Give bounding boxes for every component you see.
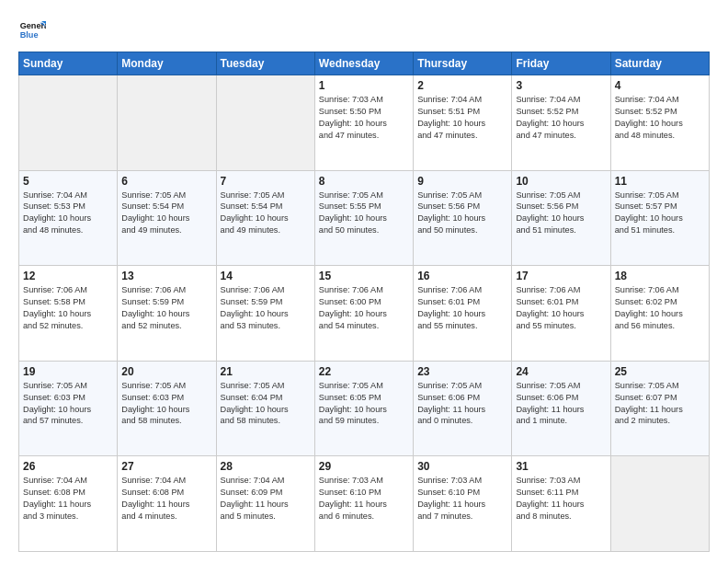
weekday-header-saturday: Saturday bbox=[610, 52, 709, 75]
calendar-cell: 29Sunrise: 7:03 AMSunset: 6:10 PMDayligh… bbox=[314, 456, 413, 552]
day-number: 26 bbox=[23, 460, 113, 473]
weekday-header-sunday: Sunday bbox=[19, 52, 118, 75]
cell-info: Sunrise: 7:04 AMSunset: 5:52 PMDaylight:… bbox=[615, 94, 705, 142]
calendar-cell: 11Sunrise: 7:05 AMSunset: 5:57 PMDayligh… bbox=[610, 170, 709, 266]
weekday-header-wednesday: Wednesday bbox=[314, 52, 413, 75]
weekday-header-friday: Friday bbox=[512, 52, 610, 75]
day-number: 17 bbox=[516, 270, 606, 282]
calendar-cell: 2Sunrise: 7:04 AMSunset: 5:51 PMDaylight… bbox=[414, 75, 512, 171]
calendar-cell: 30Sunrise: 7:03 AMSunset: 6:10 PMDayligh… bbox=[414, 456, 512, 552]
calendar-cell: 26Sunrise: 7:04 AMSunset: 6:08 PMDayligh… bbox=[19, 456, 118, 552]
cell-info: Sunrise: 7:04 AMSunset: 5:52 PMDaylight:… bbox=[516, 94, 606, 142]
calendar-cell: 10Sunrise: 7:05 AMSunset: 5:56 PMDayligh… bbox=[512, 170, 610, 266]
day-number: 13 bbox=[121, 270, 211, 282]
day-number: 1 bbox=[319, 79, 409, 92]
cell-info: Sunrise: 7:05 AMSunset: 6:05 PMDaylight:… bbox=[319, 380, 409, 428]
cell-info: Sunrise: 7:05 AMSunset: 6:06 PMDaylight:… bbox=[516, 380, 606, 428]
calendar-cell: 24Sunrise: 7:05 AMSunset: 6:06 PMDayligh… bbox=[512, 361, 610, 456]
calendar-cell: 22Sunrise: 7:05 AMSunset: 6:05 PMDayligh… bbox=[314, 361, 413, 456]
calendar-cell bbox=[610, 456, 709, 552]
calendar-cell: 20Sunrise: 7:05 AMSunset: 6:03 PMDayligh… bbox=[118, 361, 216, 456]
calendar-cell: 31Sunrise: 7:03 AMSunset: 6:11 PMDayligh… bbox=[512, 456, 610, 552]
cell-info: Sunrise: 7:05 AMSunset: 5:56 PMDaylight:… bbox=[417, 190, 507, 237]
cell-info: Sunrise: 7:06 AMSunset: 6:00 PMDaylight:… bbox=[319, 284, 409, 332]
day-number: 19 bbox=[23, 365, 113, 378]
calendar-cell bbox=[19, 75, 118, 171]
calendar-cell bbox=[216, 75, 314, 171]
cell-info: Sunrise: 7:04 AMSunset: 6:08 PMDaylight:… bbox=[121, 475, 211, 523]
header: General Blue bbox=[18, 17, 710, 44]
day-number: 18 bbox=[615, 270, 705, 282]
cell-info: Sunrise: 7:05 AMSunset: 5:54 PMDaylight:… bbox=[221, 190, 311, 237]
cell-info: Sunrise: 7:05 AMSunset: 6:07 PMDaylight:… bbox=[615, 380, 705, 428]
cell-info: Sunrise: 7:03 AMSunset: 6:10 PMDaylight:… bbox=[319, 475, 409, 523]
day-number: 29 bbox=[319, 460, 409, 473]
cell-info: Sunrise: 7:05 AMSunset: 6:03 PMDaylight:… bbox=[23, 380, 113, 428]
calendar-cell: 6Sunrise: 7:05 AMSunset: 5:54 PMDaylight… bbox=[118, 170, 216, 266]
calendar-cell: 12Sunrise: 7:06 AMSunset: 5:58 PMDayligh… bbox=[19, 266, 118, 362]
calendar-table: SundayMondayTuesdayWednesdayThursdayFrid… bbox=[18, 52, 710, 552]
cell-info: Sunrise: 7:06 AMSunset: 5:59 PMDaylight:… bbox=[121, 284, 211, 332]
calendar-cell: 23Sunrise: 7:05 AMSunset: 6:06 PMDayligh… bbox=[414, 361, 512, 456]
calendar-cell: 28Sunrise: 7:04 AMSunset: 6:09 PMDayligh… bbox=[216, 456, 314, 552]
calendar-cell: 1Sunrise: 7:03 AMSunset: 5:50 PMDaylight… bbox=[314, 75, 413, 171]
cell-info: Sunrise: 7:05 AMSunset: 5:57 PMDaylight:… bbox=[615, 190, 705, 237]
calendar-cell: 15Sunrise: 7:06 AMSunset: 6:00 PMDayligh… bbox=[314, 266, 413, 362]
cell-info: Sunrise: 7:04 AMSunset: 5:51 PMDaylight:… bbox=[417, 94, 507, 142]
calendar-cell: 5Sunrise: 7:04 AMSunset: 5:53 PMDaylight… bbox=[19, 170, 118, 266]
weekday-header-thursday: Thursday bbox=[414, 52, 512, 75]
day-number: 10 bbox=[516, 175, 606, 188]
day-number: 6 bbox=[121, 175, 211, 188]
day-number: 7 bbox=[221, 175, 311, 188]
cell-info: Sunrise: 7:04 AMSunset: 6:08 PMDaylight:… bbox=[23, 475, 113, 523]
logo-icon: General Blue bbox=[18, 17, 46, 44]
day-number: 12 bbox=[23, 270, 113, 282]
cell-info: Sunrise: 7:05 AMSunset: 6:04 PMDaylight:… bbox=[221, 380, 311, 428]
day-number: 3 bbox=[516, 79, 606, 92]
cell-info: Sunrise: 7:05 AMSunset: 5:55 PMDaylight:… bbox=[319, 190, 409, 237]
day-number: 15 bbox=[319, 270, 409, 282]
cell-info: Sunrise: 7:05 AMSunset: 6:06 PMDaylight:… bbox=[417, 380, 507, 428]
logo: General Blue bbox=[18, 17, 46, 44]
cell-info: Sunrise: 7:05 AMSunset: 5:54 PMDaylight:… bbox=[121, 190, 211, 237]
cell-info: Sunrise: 7:03 AMSunset: 6:10 PMDaylight:… bbox=[417, 475, 507, 523]
cell-info: Sunrise: 7:06 AMSunset: 6:01 PMDaylight:… bbox=[516, 284, 606, 332]
cell-info: Sunrise: 7:05 AMSunset: 5:56 PMDaylight:… bbox=[516, 190, 606, 237]
calendar-cell: 21Sunrise: 7:05 AMSunset: 6:04 PMDayligh… bbox=[216, 361, 314, 456]
calendar-cell: 3Sunrise: 7:04 AMSunset: 5:52 PMDaylight… bbox=[512, 75, 610, 171]
calendar-cell: 18Sunrise: 7:06 AMSunset: 6:02 PMDayligh… bbox=[610, 266, 709, 362]
calendar-cell: 13Sunrise: 7:06 AMSunset: 5:59 PMDayligh… bbox=[118, 266, 216, 362]
calendar-cell bbox=[118, 75, 216, 171]
calendar-cell: 7Sunrise: 7:05 AMSunset: 5:54 PMDaylight… bbox=[216, 170, 314, 266]
day-number: 11 bbox=[615, 175, 705, 188]
cell-info: Sunrise: 7:06 AMSunset: 5:58 PMDaylight:… bbox=[23, 284, 113, 332]
cell-info: Sunrise: 7:03 AMSunset: 5:50 PMDaylight:… bbox=[319, 94, 409, 142]
calendar-cell: 25Sunrise: 7:05 AMSunset: 6:07 PMDayligh… bbox=[610, 361, 709, 456]
day-number: 24 bbox=[516, 365, 606, 378]
day-number: 8 bbox=[319, 175, 409, 188]
day-number: 9 bbox=[417, 175, 507, 188]
day-number: 22 bbox=[319, 365, 409, 378]
calendar-cell: 17Sunrise: 7:06 AMSunset: 6:01 PMDayligh… bbox=[512, 266, 610, 362]
day-number: 28 bbox=[221, 460, 311, 473]
weekday-header-monday: Monday bbox=[118, 52, 216, 75]
day-number: 21 bbox=[221, 365, 311, 378]
cell-info: Sunrise: 7:06 AMSunset: 5:59 PMDaylight:… bbox=[221, 284, 311, 332]
weekday-header-tuesday: Tuesday bbox=[216, 52, 314, 75]
page: General Blue SundayMondayTuesdayWednesda… bbox=[0, 0, 728, 563]
svg-text:Blue: Blue bbox=[20, 30, 39, 40]
cell-info: Sunrise: 7:03 AMSunset: 6:11 PMDaylight:… bbox=[516, 475, 606, 523]
day-number: 4 bbox=[615, 79, 705, 92]
day-number: 31 bbox=[516, 460, 606, 473]
day-number: 20 bbox=[121, 365, 211, 378]
day-number: 30 bbox=[417, 460, 507, 473]
cell-info: Sunrise: 7:06 AMSunset: 6:02 PMDaylight:… bbox=[615, 284, 705, 332]
calendar-cell: 16Sunrise: 7:06 AMSunset: 6:01 PMDayligh… bbox=[414, 266, 512, 362]
calendar-cell: 27Sunrise: 7:04 AMSunset: 6:08 PMDayligh… bbox=[118, 456, 216, 552]
calendar-cell: 19Sunrise: 7:05 AMSunset: 6:03 PMDayligh… bbox=[19, 361, 118, 456]
day-number: 5 bbox=[23, 175, 113, 188]
cell-info: Sunrise: 7:04 AMSunset: 5:53 PMDaylight:… bbox=[23, 190, 113, 237]
day-number: 2 bbox=[417, 79, 507, 92]
calendar-cell: 8Sunrise: 7:05 AMSunset: 5:55 PMDaylight… bbox=[314, 170, 413, 266]
day-number: 14 bbox=[221, 270, 311, 282]
